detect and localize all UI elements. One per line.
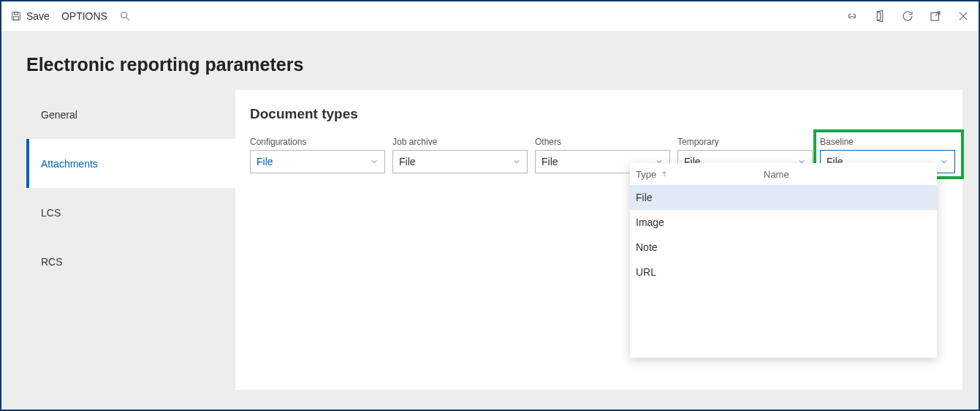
field-label: Temporary [677,137,813,147]
page-title: Electronic reporting parameters [1,31,979,90]
popup-cell-type: URL [636,266,656,278]
field-label: Baseline [820,137,955,147]
side-tab-label: Attachments [41,158,98,170]
popup-cell-type: Note [636,241,658,253]
col-type-label: Type [636,169,656,180]
save-button[interactable]: Save [10,10,50,22]
popup-row[interactable]: URL [630,260,937,284]
options-label: OPTIONS [61,10,107,22]
side-tabs: General Attachments LCS RCS [26,90,235,401]
field-label: Configurations [250,137,385,147]
svg-rect-1 [14,12,18,15]
svg-point-3 [121,12,127,18]
popup-cell-type: Image [636,216,664,228]
popup-header: Type Name [630,163,937,185]
dropdown-value: File [399,156,416,167]
side-tab-label: General [41,109,77,121]
dropdown-value: File [257,156,273,167]
popup-col-type-header[interactable]: Type [636,169,764,180]
side-tab-label: LCS [41,207,61,219]
refresh-icon[interactable] [901,10,914,23]
popup-cell-type: File [636,192,653,203]
content-area: Electronic reporting parameters General … [1,31,979,410]
field-configurations: Configurations File [250,137,385,173]
svg-rect-2 [14,17,19,20]
field-label: Job archive [392,137,528,147]
dropdown-value: File [542,156,558,167]
col-name-label: Name [764,169,789,180]
side-tab-label: RCS [41,256,63,268]
svg-line-4 [126,18,129,20]
dropdown-popup: Type Name File Image [630,163,937,358]
job-archive-dropdown[interactable]: File [392,150,528,173]
configurations-dropdown[interactable]: File [250,150,385,173]
panel-footer-strip [235,390,962,401]
options-button[interactable]: OPTIONS [61,10,107,22]
side-tab-lcs[interactable]: LCS [26,188,235,237]
popout-icon[interactable] [929,10,942,23]
save-icon [10,10,22,22]
popup-row[interactable]: Note [630,235,937,260]
field-job-archive: Job archive File [392,137,528,173]
popup-row[interactable]: Image [630,210,937,235]
side-tab-rcs[interactable]: RCS [26,237,235,286]
close-icon[interactable] [957,10,970,23]
office-icon[interactable] [873,10,886,23]
save-label: Save [26,10,50,22]
popup-body: File Image Note URL [630,185,937,358]
popup-col-name-header[interactable]: Name [764,169,931,180]
top-toolbar: Save OPTIONS [1,1,979,31]
link-icon[interactable] [846,10,859,23]
side-tab-attachments[interactable]: Attachments [26,139,235,188]
sort-ascending-icon [661,170,668,178]
popup-row[interactable]: File [630,185,937,210]
side-tab-general[interactable]: General [26,90,235,139]
field-label: Others [535,137,670,147]
chevron-down-icon [370,157,379,166]
main-panel: Document types Configurations File Job a… [235,90,962,401]
section-title: Document types [250,106,962,122]
search-icon[interactable] [119,10,131,22]
chevron-down-icon [940,157,949,166]
chevron-down-icon [512,157,521,166]
